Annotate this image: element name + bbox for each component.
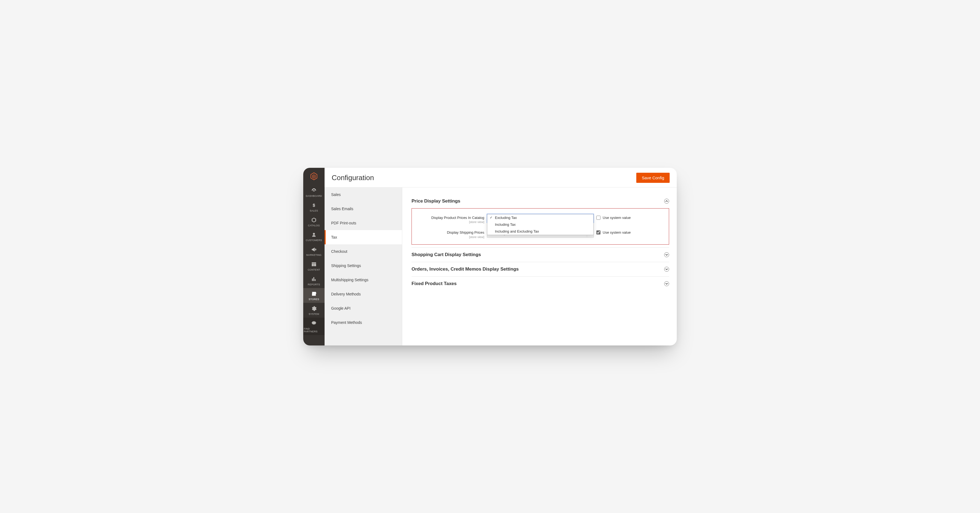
section-header-fpt[interactable]: Fixed Product Taxes — [412, 276, 669, 291]
sidebar-item-multishipping-settings[interactable]: Multishipping Settings — [325, 273, 402, 287]
sidebar-item-payment-methods[interactable]: Payment Methods — [325, 315, 402, 330]
check-icon: ✓ — [490, 216, 493, 219]
nav-item-label: CONTENT — [308, 268, 320, 271]
app-shell: DASHBOARD $ SALES CATALOG CUSTOMERS — [303, 168, 677, 345]
nav-item-label: DASHBOARD — [306, 195, 322, 197]
nav-item-label: SYSTEM — [309, 313, 320, 315]
price-display-highlight: Display Product Prices In Catalog [store… — [412, 208, 669, 245]
page-header: Configuration Save Config — [325, 168, 677, 187]
section-header-orders-display[interactable]: Orders, Invoices, Credit Memos Display S… — [412, 262, 669, 276]
chevron-up-icon — [664, 199, 669, 203]
magento-logo[interactable] — [303, 168, 325, 185]
select-wrap-catalog-price: Excluding Tax ✓ Excluding Tax — [487, 214, 593, 223]
nav-item-label: CUSTOMERS — [306, 239, 322, 241]
check-icon-placeholder — [490, 229, 493, 233]
dashboard-icon — [311, 187, 317, 194]
dropdown-option-label: Including Tax — [495, 222, 516, 227]
section-title: Shopping Cart Display Settings — [412, 252, 481, 257]
content-area: Price Display Settings Display Product P… — [402, 187, 677, 345]
megaphone-icon — [311, 246, 317, 253]
dropdown-option-label: Excluding Tax — [495, 216, 517, 220]
use-system-label[interactable]: Use system value — [603, 230, 631, 235]
chevron-down-icon — [664, 281, 669, 286]
storefront-icon — [311, 291, 317, 297]
nav-item-stores[interactable]: STORES — [303, 288, 325, 303]
nav-item-sales[interactable]: $ SALES — [303, 200, 325, 214]
nav-item-customers[interactable]: CUSTOMERS — [303, 229, 325, 244]
sidebar-item-sales-emails[interactable]: Sales Emails — [325, 202, 402, 216]
dropdown-catalog-price[interactable]: ✓ Excluding Tax Including Tax — [487, 214, 593, 235]
layout-icon — [311, 261, 317, 267]
use-system-label[interactable]: Use system value — [603, 216, 631, 220]
gear-icon — [311, 306, 317, 311]
chevron-down-icon — [664, 252, 669, 257]
field-scope: [store view] — [415, 235, 484, 239]
sidebar-item-tax[interactable]: Tax — [325, 230, 402, 245]
box-icon — [311, 217, 317, 223]
sidebar-item-pdf-printouts[interactable]: PDF Print-outs — [325, 216, 402, 230]
nav-item-label: FIND PARTNERS — [304, 327, 324, 333]
dropdown-option-including-tax[interactable]: Including Tax — [487, 221, 593, 228]
use-system-value-shipping-price: Use system value — [597, 229, 646, 235]
field-label-text: Display Product Prices In Catalog — [431, 216, 484, 220]
sidebar-item-delivery-methods[interactable]: Delivery Methods — [325, 287, 402, 301]
page-title: Configuration — [332, 173, 374, 182]
section-header-cart-display[interactable]: Shopping Cart Display Settings — [412, 247, 669, 262]
nav-item-find-partners[interactable]: FIND PARTNERS — [303, 318, 325, 335]
bar-chart-icon — [311, 276, 317, 282]
section-title: Orders, Invoices, Credit Memos Display S… — [412, 267, 519, 272]
partners-icon — [311, 320, 317, 326]
app-frame: DASHBOARD $ SALES CATALOG CUSTOMERS — [303, 168, 677, 345]
field-scope: [store view] — [415, 220, 484, 224]
sidebar-item-checkout[interactable]: Checkout — [325, 245, 402, 259]
sidebar-item-sales[interactable]: Sales — [325, 187, 402, 202]
field-label-text: Display Shipping Prices — [447, 230, 484, 235]
save-config-button[interactable]: Save Config — [636, 173, 670, 183]
dropdown-option-incl-and-excl-tax[interactable]: Including and Excluding Tax — [487, 228, 593, 235]
nav-item-label: SALES — [310, 210, 318, 212]
use-system-checkbox-catalog-price[interactable] — [597, 216, 600, 220]
field-label-shipping-price: Display Shipping Prices [store view] — [415, 229, 484, 239]
section-title: Price Display Settings — [412, 199, 460, 204]
use-system-checkbox-shipping-price[interactable] — [597, 230, 600, 235]
person-icon — [311, 232, 317, 238]
nav-item-catalog[interactable]: CATALOG — [303, 214, 325, 229]
dropdown-option-label: Including and Excluding Tax — [495, 229, 539, 233]
admin-nav: DASHBOARD $ SALES CATALOG CUSTOMERS — [303, 168, 325, 345]
dollar-icon: $ — [311, 202, 317, 208]
config-sidebar: Sales Sales Emails PDF Print-outs Tax Ch… — [325, 187, 402, 345]
dropdown-option-excluding-tax[interactable]: ✓ Excluding Tax — [487, 214, 593, 221]
nav-item-label: REPORTS — [308, 283, 320, 286]
nav-item-reports[interactable]: REPORTS — [303, 273, 325, 288]
nav-item-content[interactable]: CONTENT — [303, 259, 325, 273]
field-label-catalog-price: Display Product Prices In Catalog [store… — [415, 214, 484, 224]
chevron-down-icon — [664, 267, 669, 272]
nav-item-label: MARKETING — [306, 254, 321, 256]
nav-item-dashboard[interactable]: DASHBOARD — [303, 185, 325, 200]
nav-item-system[interactable]: SYSTEM — [303, 303, 325, 318]
field-row-catalog-price: Display Product Prices In Catalog [store… — [415, 214, 666, 224]
svg-text:$: $ — [313, 203, 315, 207]
nav-item-label: CATALOG — [308, 224, 320, 227]
main-column: Configuration Save Config Sales Sales Em… — [325, 168, 677, 345]
check-icon-placeholder — [490, 222, 493, 226]
nav-item-label: STORES — [309, 298, 319, 301]
section-header-price-display[interactable]: Price Display Settings — [412, 194, 669, 208]
section-title: Fixed Product Taxes — [412, 281, 457, 286]
nav-item-marketing[interactable]: MARKETING — [303, 244, 325, 259]
sidebar-item-shipping-settings[interactable]: Shipping Settings — [325, 259, 402, 273]
body-row: Sales Sales Emails PDF Print-outs Tax Ch… — [325, 187, 677, 345]
sidebar-item-google-api[interactable]: Google API — [325, 301, 402, 315]
use-system-value-catalog-price: Use system value — [597, 214, 646, 220]
